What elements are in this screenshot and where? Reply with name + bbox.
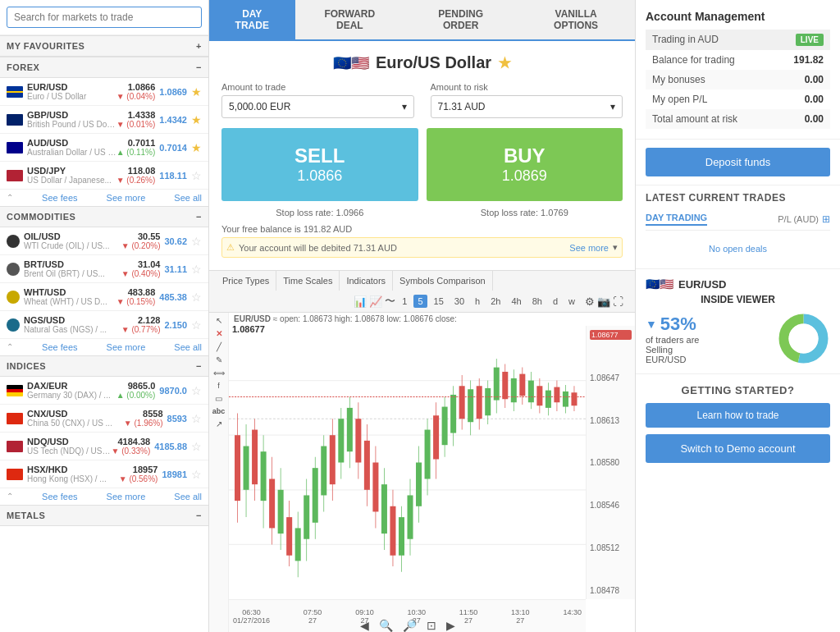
instrument-symbol: USD/JPY [27,166,116,176]
favourite-star[interactable]: ☆ [191,384,202,397]
see-fees-link[interactable]: See fees [42,492,77,501]
favourite-star[interactable]: ☆ [191,412,202,425]
tab-day-trade[interactable]: DAY TRADE [209,0,295,39]
pair-favourite-star[interactable]: ★ [498,54,511,72]
metals-toggle[interactable]: − [196,511,202,520]
arrow-up-icon[interactable]: ⌃ [7,193,13,203]
ts-8h[interactable]: 8h [528,295,546,308]
list-item[interactable]: OIL/USD WTI Crude (OIL) / US... 30.55 ▼ … [0,227,208,255]
fibonacci-tool-icon[interactable]: f [217,382,220,390]
zoom-fit-icon[interactable]: ⊡ [427,619,436,632]
arrow-up-icon[interactable]: ⌃ [7,342,13,352]
see-all-link[interactable]: See all [174,492,202,501]
chart-fullscreen-icon[interactable]: ⛶ [613,295,623,308]
cursor-tool-icon[interactable]: ↖ [216,316,222,325]
list-item[interactable]: NGS/USD Natural Gas (NGS) / ... 2.128 ▼ … [0,311,208,339]
chart-camera-icon[interactable]: 📷 [597,295,610,308]
list-item[interactable]: USD/JPY US Dollar / Japanese... 118.08 ▼… [0,162,208,190]
buy-button[interactable]: BUY 1.0869 [427,128,623,201]
see-fees-link[interactable]: See fees [42,193,77,203]
zoom-out-icon[interactable]: 🔍 [379,619,393,632]
favourite-star[interactable]: ☆ [191,440,202,453]
ts-5[interactable]: 5 [413,295,427,308]
arrow-tool-icon[interactable]: ↗ [216,419,222,428]
see-more-link[interactable]: See more [107,492,146,501]
amount-to-risk-select[interactable]: 71.31 AUD ▾ [431,95,623,118]
amount-to-trade-select[interactable]: 5,000.00 EUR ▾ [221,95,414,118]
open-pl-label: My open P/L [652,94,707,105]
line-tool-icon[interactable]: ╱ [217,342,221,351]
demo-button[interactable]: Switch to Demo account [646,434,830,463]
ts-4h[interactable]: 4h [507,295,525,308]
chart-type-line-icon[interactable]: 〜 [385,294,395,309]
see-fees-link[interactable]: See fees [42,342,77,352]
favourite-star[interactable]: ★ [191,85,202,98]
ts-d[interactable]: d [549,295,562,308]
text-tool-icon[interactable]: abc [212,407,226,415]
list-item[interactable]: WHT/USD Wheat (WHT) / US D... 483.88 ▼ (… [0,283,208,311]
search-input[interactable] [7,7,202,28]
list-item[interactable]: DAX/EUR Germany 30 (DAX) / ... 9865.0 ▲ … [0,377,208,405]
cross-tool-icon[interactable]: ✕ [216,329,222,338]
sell-button[interactable]: SELL 1.0866 [221,128,418,201]
favourite-star[interactable]: ☆ [191,235,202,248]
favourite-star[interactable]: ☆ [191,318,202,332]
day-trading-tab[interactable]: DAY TRADING [646,213,707,226]
chart-type-candlestick-icon[interactable]: 📊 [354,295,367,308]
tab-vanilla-options[interactable]: VANILLA OPTIONS [517,0,635,39]
list-item[interactable]: BRT/USD Brent Oil (BRT) / US... 31.04 ▼ … [0,255,208,283]
list-item[interactable]: EUR/USD Euro / US Dollar 1.0866 ▼ (0.04%… [0,78,208,106]
instrument-prices: 8558 ▼ (1.96%) [124,409,163,428]
see-all-link[interactable]: See all [174,342,202,352]
learn-button[interactable]: Learn how to trade [646,403,830,428]
ts-2h[interactable]: 2h [486,295,504,308]
ts-30[interactable]: 30 [450,295,468,308]
y-label: 1.08546 [590,501,632,510]
see-all-link[interactable]: See all [174,193,202,203]
see-more-link[interactable]: See more [569,243,609,253]
favourite-star[interactable]: ★ [191,113,202,126]
time-scales-tool[interactable]: Time Scales [276,271,340,291]
arrow-up-icon[interactable]: ⌃ [7,492,13,501]
ts-w[interactable]: w [564,295,579,308]
favourite-star[interactable]: ☆ [191,169,202,182]
pl-tab[interactable]: P/L (AUD) [778,214,819,224]
symbols-comparison-tool[interactable]: Symbols Comparison [393,271,493,291]
favourite-star[interactable]: ☆ [191,263,202,276]
my-favourites-toggle[interactable]: + [196,41,202,51]
expand-icon[interactable]: ⊞ [822,213,830,225]
ts-15[interactable]: 15 [430,295,448,308]
deposit-button[interactable]: Deposit funds [646,148,830,176]
indices-toggle[interactable]: − [196,361,202,371]
instrument-prices: 9865.0 ▲ (0.00%) [116,381,156,400]
list-item[interactable]: GBP/USD British Pound / US Dollar 1.4338… [0,106,208,134]
chart-settings-icon[interactable]: ⚙ [585,295,595,308]
ts-h[interactable]: h [471,295,484,308]
favourite-star[interactable]: ★ [191,141,202,154]
chart-type-bar-icon[interactable]: 📈 [369,295,382,308]
zoom-in-icon[interactable]: 🔎 [403,619,417,632]
nav-left-icon[interactable]: ◀ [360,619,369,632]
list-item[interactable]: NDQ/USD US Tech (NDQ) / US ... 4184.38 ▼… [0,433,208,460]
indicators-tool[interactable]: Indicators [340,271,393,291]
favourite-star[interactable]: ☆ [191,291,202,304]
forex-toggle[interactable]: − [196,62,202,72]
measure-tool-icon[interactable]: ⟺ [213,369,225,378]
tab-forward-deal[interactable]: FORWARD DEAL [295,0,405,39]
instrument-bid: 2.150 [164,320,187,330]
list-item[interactable]: CNX/USD China 50 (CNX) / US ... 8558 ▼ (… [0,405,208,433]
svg-rect-28 [330,435,336,484]
draw-tool-icon[interactable]: ✎ [216,355,222,364]
commodities-toggle[interactable]: − [196,212,202,222]
svg-rect-26 [321,447,326,496]
list-item[interactable]: AUD/USD Australian Dollar / US Dollar 0.… [0,134,208,162]
see-more-link[interactable]: See more [107,342,146,352]
favourite-star[interactable]: ☆ [191,468,202,481]
tab-pending-order[interactable]: PENDING ORDER [404,0,517,39]
see-more-link[interactable]: See more [107,193,146,203]
ts-1[interactable]: 1 [398,295,411,308]
rect-tool-icon[interactable]: ▭ [215,394,222,403]
price-types-tool[interactable]: Price Types [216,271,276,291]
nav-right-icon[interactable]: ▶ [446,619,455,632]
list-item[interactable]: HSX/HKD Hong Kong (HSX) / ... 18957 ▼ (0… [0,460,208,488]
